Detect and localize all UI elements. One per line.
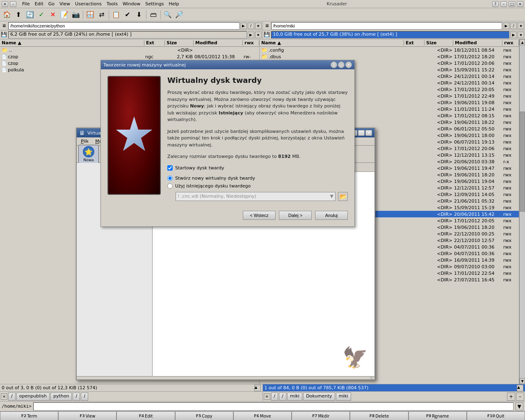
menu-view[interactable]: View bbox=[57, 0, 73, 7]
right-scroll-up[interactable]: ▲ bbox=[517, 385, 523, 391]
left-disk-expand[interactable]: ▶ bbox=[248, 32, 254, 38]
close-icon[interactable]: ✕ bbox=[2, 1, 8, 7]
scroll-down-button[interactable]: ▼ bbox=[520, 378, 525, 384]
qp-left-icon[interactable]: ✕ bbox=[1, 393, 7, 400]
right-path-input[interactable] bbox=[271, 22, 502, 30]
left-col-name[interactable]: Name ▲ bbox=[0, 40, 144, 46]
fkey-f10[interactable]: F10Quit bbox=[467, 411, 525, 420]
vbox-resize-handle[interactable]: ⣿ bbox=[77, 376, 374, 379]
menu-window[interactable]: Window bbox=[120, 0, 143, 7]
toolbar-delete[interactable]: ✕ bbox=[48, 9, 58, 20]
dialog-minimize-icon[interactable]: – bbox=[338, 62, 345, 68]
right-col-modified[interactable]: Modified bbox=[453, 40, 502, 46]
right-col-size[interactable]: Size bbox=[425, 40, 453, 46]
help-icon[interactable]: ? bbox=[492, 1, 499, 7]
left-disk-bookmark[interactable]: ★ bbox=[255, 32, 262, 38]
toolbar-copy-right[interactable]: 📋 bbox=[111, 9, 121, 20]
menu-useractions[interactable]: Useractions bbox=[73, 0, 104, 7]
vbox-menu-plik[interactable]: Plik bbox=[78, 138, 91, 144]
left-path-input[interactable] bbox=[8, 22, 240, 30]
remove-panel-btn[interactable]: – bbox=[516, 393, 524, 401]
right-col-ext[interactable]: Ext bbox=[404, 40, 425, 46]
use-existing-disk-radio[interactable] bbox=[167, 183, 173, 189]
list-item[interactable]: 📁.. <DIR> bbox=[0, 47, 259, 53]
fkey-f6[interactable]: F6Move bbox=[233, 411, 292, 420]
left-col-rwx[interactable]: rwx bbox=[243, 40, 259, 46]
vbox-close-icon[interactable]: ✕ bbox=[365, 130, 372, 136]
vbox-toolbar-nowa[interactable]: ⭐ Nowa bbox=[78, 145, 99, 163]
toolbar-arrow-down[interactable]: ⬇ bbox=[134, 9, 144, 20]
left-col-modified[interactable]: Modified bbox=[194, 40, 243, 46]
toolbar-zoom-out[interactable]: 🔎 bbox=[174, 9, 185, 20]
qp-left-slash3[interactable]: / bbox=[81, 393, 88, 401]
dialog-next-button[interactable]: Dalej > bbox=[279, 211, 312, 220]
toolbar-config[interactable]: 🗃 bbox=[148, 9, 159, 20]
menu-edit[interactable]: Edit bbox=[32, 0, 46, 7]
left-col-size[interactable]: Size bbox=[165, 40, 194, 46]
disk-combo[interactable]: ! .cnc.vdi (Normalny, Niedostępny) ▼ bbox=[176, 192, 336, 201]
left-col-ext[interactable]: Ext bbox=[144, 40, 165, 46]
right-col-name[interactable]: Name ▲ bbox=[260, 40, 404, 46]
right-col-rwx[interactable]: rwx bbox=[502, 40, 519, 46]
scroll-up-button[interactable]: ▲ bbox=[520, 39, 525, 45]
fkey-f8[interactable]: F8Delete bbox=[350, 411, 408, 420]
toolbar-new-window[interactable]: 🪟 bbox=[85, 9, 96, 20]
scroll-track[interactable] bbox=[520, 45, 525, 378]
minimize-icon[interactable]: – bbox=[10, 1, 16, 7]
fkey-f2[interactable]: F2Term bbox=[0, 411, 58, 420]
qp-right-miki2[interactable]: miki bbox=[336, 393, 351, 401]
fkey-f4[interactable]: F4Edit bbox=[116, 411, 175, 420]
qp-left-root[interactable]: / bbox=[8, 393, 16, 401]
menu-go[interactable]: Go bbox=[46, 0, 57, 7]
right-path-bookmark[interactable]: ★ bbox=[518, 23, 524, 29]
qp-right-slash2[interactable]: / bbox=[279, 393, 286, 401]
fkey-f3[interactable]: F3View bbox=[58, 411, 116, 420]
qp-left-python[interactable]: python bbox=[50, 393, 72, 401]
right-path-expand[interactable]: ▶ bbox=[503, 23, 509, 29]
qp-left-openpublish[interactable]: openpublish bbox=[16, 393, 50, 401]
list-item[interactable]: 📁.dbus <DIR> 17/01/2012 18:20 rwx bbox=[260, 53, 519, 60]
left-scroll-up[interactable]: ▲ bbox=[254, 385, 261, 391]
menu-file[interactable]: File bbox=[20, 0, 32, 7]
menu-help[interactable]: Help bbox=[166, 0, 181, 7]
dialog-back-button[interactable]: < Wstecz bbox=[243, 211, 276, 220]
minimize-right-icon[interactable]: – bbox=[500, 1, 507, 7]
left-path-slash[interactable]: / bbox=[248, 23, 254, 29]
close-right-icon[interactable]: ✕ bbox=[517, 1, 523, 7]
add-panel-btn[interactable]: + bbox=[507, 393, 515, 401]
qp-right-root[interactable]: / bbox=[271, 393, 278, 401]
startup-disk-checkbox[interactable] bbox=[167, 165, 173, 171]
toolbar-zoom-in[interactable]: 🔍 bbox=[162, 9, 173, 20]
right-path-slash[interactable]: / bbox=[510, 23, 517, 29]
fkey-f7[interactable]: F7Mkdir bbox=[292, 411, 350, 420]
maximize-icon[interactable]: □ bbox=[509, 1, 515, 7]
qp-right-dokumenty[interactable]: Dokumenty bbox=[303, 393, 335, 401]
dialog-help-icon[interactable]: ? bbox=[331, 62, 337, 68]
right-scrollbar[interactable]: ▲ ▼ bbox=[519, 39, 525, 384]
create-new-disk-radio[interactable] bbox=[167, 176, 173, 181]
right-disk-bookmark[interactable]: ★ bbox=[518, 32, 524, 38]
toolbar-up[interactable]: ⬆ bbox=[13, 9, 24, 20]
qp-right-miki[interactable]: miki bbox=[287, 393, 302, 401]
toolbar-check[interactable]: ✓ bbox=[36, 9, 47, 20]
fkey-f9[interactable]: F9Rename bbox=[409, 411, 467, 420]
scroll-thumb[interactable] bbox=[520, 112, 525, 212]
left-path-bookmark[interactable]: ★ bbox=[255, 23, 262, 29]
right-disk-expand[interactable]: ▶ bbox=[510, 32, 517, 38]
menu-settings[interactable]: Settings bbox=[143, 0, 166, 7]
dialog-close-icon[interactable]: ✕ bbox=[345, 62, 352, 68]
toolbar-sync[interactable]: ⇄ bbox=[96, 9, 107, 20]
list-item[interactable]: 📄czop ngc 2,7 KiB 08/01/2012 15:38 rw- bbox=[0, 53, 259, 60]
menu-tools[interactable]: Tools bbox=[104, 0, 120, 7]
fkey-f5[interactable]: F5Copy bbox=[175, 411, 233, 420]
list-item[interactable]: 📁.config <DIR> 18/12/2011 08:54 rwx bbox=[260, 47, 519, 53]
cmdline-input[interactable] bbox=[33, 402, 514, 411]
vbox-maximize-icon[interactable]: □ bbox=[358, 130, 365, 136]
left-path-expand[interactable]: ▶ bbox=[240, 23, 247, 29]
qp-left-slash2[interactable]: / bbox=[73, 393, 80, 401]
toolbar-home[interactable]: 🏠 bbox=[2, 9, 12, 20]
toolbar-check2[interactable]: ✔ bbox=[122, 9, 133, 20]
dialog-cancel-button[interactable]: Anuluj bbox=[315, 211, 348, 220]
toolbar-camera[interactable]: 📷 bbox=[71, 9, 81, 20]
toolbar-refresh[interactable]: 🔄 bbox=[25, 9, 35, 20]
